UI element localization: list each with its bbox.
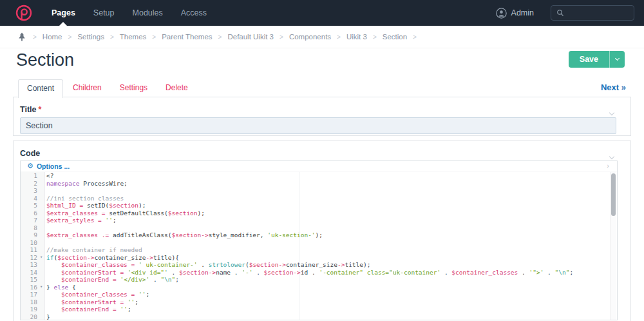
editor-scrollbar[interactable] [610,172,616,320]
editor-options-button[interactable]: Options ... [37,162,70,170]
nav-item-modules[interactable]: Modules [124,0,172,26]
breadcrumb-item-uikit-3[interactable]: Uikit 3 [346,33,367,41]
next-page-link[interactable]: Next » [601,83,626,92]
code-line-10: 10 [21,239,617,247]
gear-icon[interactable]: ⚙ [27,163,33,170]
editor-options-bar: ⚙ Options ... › [21,161,617,171]
code-text: $html_ID = setID($section); [45,202,617,209]
code-line-16: 16▾} else { [21,284,617,291]
code-line-6: 6$extra_classes = setDefaultClass($secti… [21,209,617,217]
options-chevron-icon[interactable]: › [607,162,609,170]
line-number: 12 [21,254,37,262]
tab-children[interactable]: Children [64,79,110,97]
fold-gutter [37,202,45,209]
code-text: //ini section classes [45,195,617,202]
breadcrumb-separator: > [373,34,377,41]
code-text [45,224,617,232]
nav-item-setup[interactable]: Setup [84,0,124,26]
line-number: 16 [21,284,37,291]
code-text: $containerStart = '<div id="' . $section… [45,269,617,277]
breadcrumb-item-default-uikit-3[interactable]: Default Uikit 3 [227,33,274,41]
breadcrumb-item-section[interactable]: Section [383,33,407,41]
line-number: 4 [21,195,37,202]
tab-bar: ContentChildrenSettingsDelete Next » [13,79,631,97]
code-text: } [45,313,617,321]
tab-delete[interactable]: Delete [157,79,196,97]
processwire-logo-icon[interactable] [15,5,32,21]
line-number: 18 [21,298,37,306]
top-navbar: PagesSetupModulesAccess Admin [0,0,644,26]
fold-gutter [37,291,45,298]
line-number: 13 [21,261,37,269]
title-input[interactable] [20,117,616,134]
fold-gutter [37,246,45,254]
user-name[interactable]: Admin [511,8,534,17]
code-text: $containerEnd = ''; [45,306,617,313]
code-area[interactable]: 1<?2namespace ProcessWire;34//ini sectio… [21,172,617,320]
page-tree-icon[interactable] [18,32,26,41]
chevron-down-icon [615,56,620,61]
breadcrumb-item-home[interactable]: Home [43,33,62,41]
breadcrumb-separator: > [337,34,341,41]
code-line-19: 19 $containerEnd = ''; [21,306,617,313]
breadcrumb-item-themes[interactable]: Themes [120,33,147,41]
code-text: <? [45,172,617,180]
title-field-header: Title* [14,97,630,115]
code-line-14: 14 $containerStart = '<div id="' . $sect… [21,269,617,277]
code-text: namespace ProcessWire; [45,180,617,188]
fold-gutter [37,239,45,247]
line-number: 19 [21,306,37,313]
code-text: $extra_classes = setDefaultClass($sectio… [45,209,617,217]
code-line-3: 3 [21,187,617,195]
line-number: 20 [21,313,37,321]
line-number: 2 [21,180,37,188]
save-dropdown-button[interactable] [610,51,625,68]
code-line-4: 4//ini section classes [21,195,617,202]
breadcrumb-item-parent-themes[interactable]: Parent Themes [162,33,212,41]
fold-marker-icon[interactable]: ▾ [37,284,45,291]
search-input[interactable] [567,8,632,17]
breadcrumb-item-settings[interactable]: Settings [77,33,104,41]
breadcrumb-item-components[interactable]: Components [289,33,331,41]
fold-gutter [37,187,45,195]
required-marker: * [38,105,41,114]
breadcrumb-separator: > [218,34,222,41]
line-number: 14 [21,269,37,277]
line-number: 15 [21,276,37,284]
code-field-header: Code [14,141,630,159]
line-number: 10 [21,239,37,247]
fold-gutter [37,313,45,321]
fold-gutter [37,180,45,188]
code-line-13: 13 $container_classes = ' uk-container-'… [21,261,617,269]
nav-item-pages[interactable]: Pages [43,0,84,26]
chevron-down-icon [609,154,614,159]
tab-content[interactable]: Content [18,79,63,98]
line-number: 3 [21,187,37,195]
title-field-box: Title* [13,97,631,136]
code-text: $container_classes = ' uk-container-' . … [45,261,617,269]
search-box[interactable] [551,5,634,21]
title-collapse-toggle[interactable] [610,106,614,117]
line-number: 11 [21,246,37,254]
fold-gutter [37,172,45,180]
fold-gutter [37,217,45,224]
code-collapse-toggle[interactable] [610,150,614,161]
fold-marker-icon[interactable]: ▾ [37,254,45,262]
code-field-box: Code ⚙ Options ... › 1<?2namespace Proce… [13,141,631,321]
breadcrumb: >Home>Settings>Themes>Parent Themes>Defa… [0,26,644,48]
code-field-label: Code [20,149,40,158]
code-text: if($section->container_size->title){ [45,254,617,262]
line-number: 5 [21,202,37,209]
nav-item-access[interactable]: Access [172,0,216,26]
save-button[interactable]: Save [569,51,609,68]
tab-settings[interactable]: Settings [111,79,156,97]
code-text: $container_classes = ''; [45,291,617,298]
code-text: $extra_styles = ''; [45,217,617,224]
fold-gutter [37,261,45,269]
code-text [45,187,617,195]
scrollbar-thumb[interactable] [611,173,616,216]
navbar-right: Admin [496,5,634,21]
breadcrumb-items: >Home>Settings>Themes>Parent Themes>Defa… [27,33,422,41]
code-editor[interactable]: ⚙ Options ... › 1<?2namespace ProcessWir… [20,160,618,320]
user-avatar-icon[interactable] [496,8,507,19]
